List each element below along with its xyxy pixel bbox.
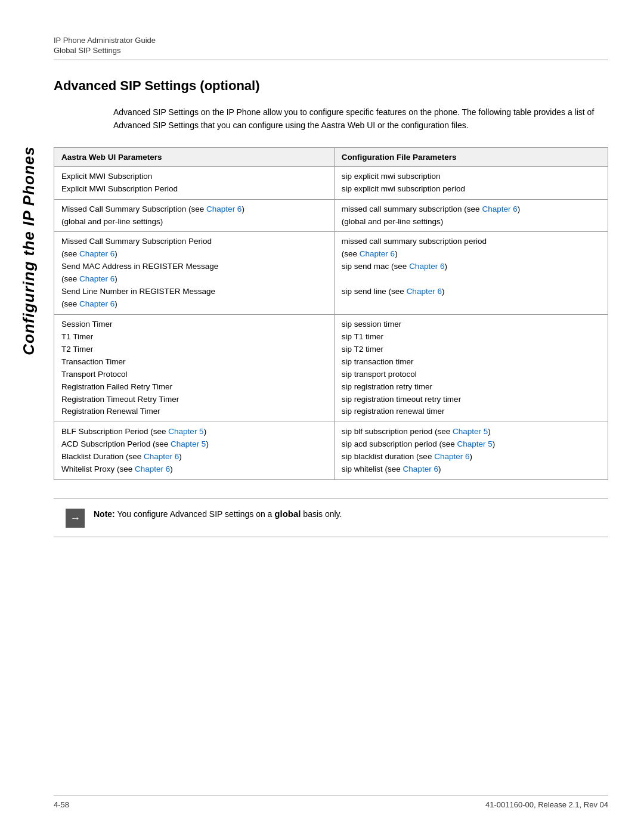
- chapter6-link[interactable]: Chapter 6: [434, 452, 469, 461]
- params-table: Aastra Web UI Parameters Configuration F…: [54, 147, 608, 480]
- cell-line: missed call summary subscription period: [342, 236, 600, 248]
- header-guide: IP Phone Administrator Guide: [54, 36, 608, 45]
- table-cell: missed call summary subscription (see Ch…: [334, 199, 608, 232]
- table-cell: Missed Call Summary Subscription Period …: [54, 232, 335, 315]
- cell-line: sip transport protocol: [342, 368, 600, 381]
- cell-line: (see Chapter 6): [61, 273, 327, 286]
- cell-line: sip registration retry timer: [342, 381, 600, 394]
- table-cell: sip session timer sip T1 timer sip T2 ti…: [334, 315, 608, 422]
- cell-line: sip explicit mwi subscription: [342, 171, 600, 183]
- cell-line: sip whitelist (see Chapter 6): [342, 463, 600, 476]
- cell-line: (global and per-line settings): [342, 216, 600, 228]
- table-row: BLF Subscription Period (see Chapter 5) …: [54, 422, 608, 480]
- chapter6-link[interactable]: Chapter 6: [79, 249, 114, 258]
- chapter6-link[interactable]: Chapter 6: [79, 299, 114, 308]
- cell-line: Missed Call Summary Subscription (see Ch…: [61, 203, 327, 216]
- cell-line: Whitelist Proxy (see Chapter 6): [61, 463, 327, 476]
- table-row: Missed Call Summary Subscription Period …: [54, 232, 608, 315]
- chapter6-link[interactable]: Chapter 6: [403, 465, 438, 473]
- chapter6-link[interactable]: Chapter 6: [135, 465, 170, 473]
- cell-line: sip T2 timer: [342, 343, 600, 356]
- col1-header: Aastra Web UI Parameters: [54, 147, 335, 166]
- cell-line: sip session timer: [342, 318, 600, 331]
- global-word: global: [274, 509, 301, 519]
- cell-line: Send Line Number in REGISTER Message: [61, 286, 327, 298]
- table-cell: Missed Call Summary Subscription (see Ch…: [54, 199, 335, 232]
- cell-line: T1 Timer: [61, 331, 327, 343]
- cell-line: sip blf subscription period (see Chapter…: [342, 426, 600, 438]
- chapter5-link[interactable]: Chapter 5: [457, 439, 492, 448]
- cell-line: (see Chapter 6): [342, 248, 600, 261]
- sidebar-label: Configuring the IP Phones: [20, 146, 38, 355]
- cell-line: Session Timer: [61, 318, 327, 331]
- cell-line: sip T1 timer: [342, 331, 600, 343]
- cell-line: Transaction Timer: [61, 356, 327, 368]
- page-title: Advanced SIP Settings (optional): [54, 78, 608, 94]
- chapter6-link[interactable]: Chapter 6: [360, 249, 395, 258]
- cell-line: ACD Subscription Period (see Chapter 5): [61, 438, 327, 451]
- cell-line: Blacklist Duration (see Chapter 6): [61, 451, 327, 463]
- cell-line: (global and per-line settings): [61, 216, 327, 228]
- page-container: Configuring the IP Phones IP Phone Admin…: [0, 0, 644, 833]
- table-row: Explicit MWI Subscription Explicit MWI S…: [54, 166, 608, 199]
- cell-line: Missed Call Summary Subscription Period: [61, 236, 327, 248]
- table-cell: Explicit MWI Subscription Explicit MWI S…: [54, 166, 335, 199]
- cell-line: (see Chapter 6): [61, 298, 327, 311]
- chapter6-link[interactable]: Chapter 6: [409, 262, 444, 271]
- cell-line: sip blacklist duration (see Chapter 6): [342, 451, 600, 463]
- note-label: Note:: [94, 509, 115, 519]
- cell-line: sip registration renewal timer: [342, 405, 600, 418]
- note-content: You configure Advanced SIP settings on a…: [117, 509, 342, 519]
- cell-line: sip acd subscription period (see Chapter…: [342, 438, 600, 451]
- cell-line: BLF Subscription Period (see Chapter 5): [61, 426, 327, 438]
- note-text: Note: You configure Advanced SIP setting…: [94, 507, 342, 521]
- note-box: Note: You configure Advanced SIP setting…: [54, 498, 608, 537]
- chapter6-link[interactable]: Chapter 6: [206, 205, 242, 213]
- table-cell: missed call summary subscription period …: [334, 232, 608, 315]
- table-cell: BLF Subscription Period (see Chapter 5) …: [54, 422, 335, 480]
- doc-reference: 41-001160-00, Release 2.1, Rev 04: [485, 800, 608, 809]
- cell-line: missed call summary subscription (see Ch…: [342, 203, 600, 216]
- table-cell: Session Timer T1 Timer T2 Timer Transact…: [54, 315, 335, 422]
- chapter5-link[interactable]: Chapter 5: [171, 439, 206, 448]
- cell-line: sip send mac (see Chapter 6): [342, 261, 600, 273]
- chapter6-link[interactable]: Chapter 6: [407, 287, 442, 296]
- chapter6-link[interactable]: Chapter 6: [144, 452, 179, 461]
- cell-line: sip send line (see Chapter 6): [342, 286, 600, 298]
- main-content: IP Phone Administrator Guide Global SIP …: [54, 0, 608, 537]
- table-row: Missed Call Summary Subscription (see Ch…: [54, 199, 608, 232]
- cell-line: [342, 273, 600, 286]
- col2-header: Configuration File Parameters: [334, 147, 608, 166]
- note-arrow-icon: [66, 509, 85, 528]
- intro-text: Advanced SIP Settings on the IP Phone al…: [113, 106, 608, 132]
- cell-line: Explicit MWI Subscription: [61, 171, 327, 183]
- cell-line: Registration Failed Retry Timer: [61, 381, 327, 394]
- cell-line: Send MAC Address in REGISTER Message: [61, 261, 327, 273]
- chapter6-link[interactable]: Chapter 6: [482, 205, 517, 213]
- cell-line: Registration Renewal Timer: [61, 405, 327, 418]
- sidebar-rotated-text: Configuring the IP Phones: [17, 107, 41, 394]
- chapter5-link[interactable]: Chapter 5: [168, 427, 203, 436]
- cell-line: sip transaction timer: [342, 356, 600, 368]
- cell-line: sip registration timeout retry timer: [342, 394, 600, 406]
- chapter6-link[interactable]: Chapter 6: [79, 274, 114, 283]
- table-cell: sip blf subscription period (see Chapter…: [334, 422, 608, 480]
- cell-line: Registration Timeout Retry Timer: [61, 394, 327, 406]
- header-area: IP Phone Administrator Guide Global SIP …: [54, 36, 608, 60]
- header-section: Global SIP Settings: [54, 46, 608, 55]
- footer: 4-58 41-001160-00, Release 2.1, Rev 04: [54, 795, 608, 809]
- table-row: Session Timer T1 Timer T2 Timer Transact…: [54, 315, 608, 422]
- cell-line: sip explicit mwi subscription period: [342, 183, 600, 196]
- cell-line: (see Chapter 6): [61, 248, 327, 261]
- chapter5-link[interactable]: Chapter 5: [453, 427, 488, 436]
- cell-line: T2 Timer: [61, 343, 327, 356]
- page-number: 4-58: [54, 800, 69, 809]
- table-cell: sip explicit mwi subscription sip explic…: [334, 166, 608, 199]
- cell-line: Explicit MWI Subscription Period: [61, 183, 327, 196]
- cell-line: Transport Protocol: [61, 368, 327, 381]
